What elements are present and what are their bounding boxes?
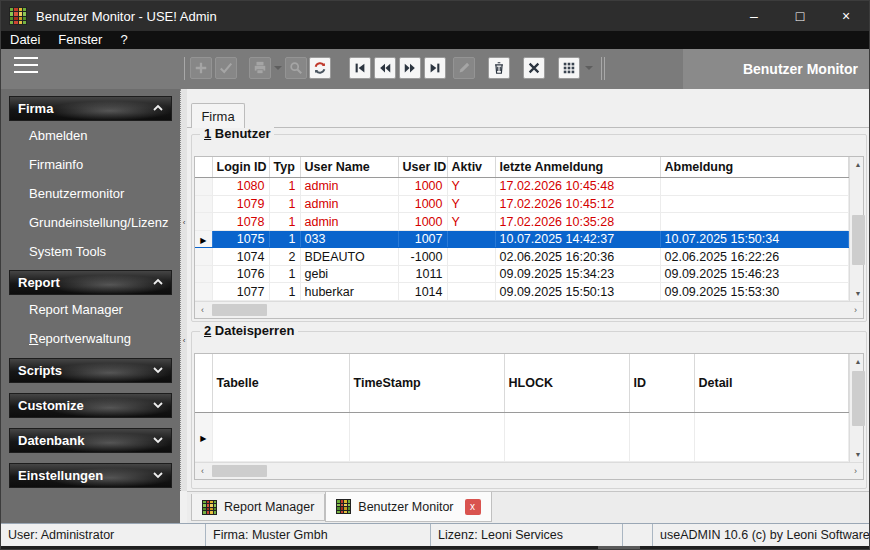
benutzer-vertical-scrollbar[interactable]: ▲ ▼ [849,157,864,301]
refresh-icon [313,61,327,75]
col-timestamp[interactable]: TimeStamp [349,354,504,412]
toolbar-grip [184,57,185,80]
sidebar-item-report-manager[interactable]: Report Manager [1,295,180,324]
menu-datei[interactable]: Datei [1,31,49,49]
sidebar-section-datenbank[interactable]: Datenbank [9,428,172,453]
scrollbar-thumb[interactable] [212,304,267,316]
delete-button[interactable] [488,57,510,79]
grid-dropdown-icon[interactable] [585,66,593,70]
scroll-up-icon[interactable]: ▲ [850,354,867,369]
minimize-button[interactable]: – [731,1,777,31]
scroll-right-icon[interactable]: › [848,463,863,479]
collapse-arrow-icon: ‹ [183,219,186,227]
hamburger-menu-icon[interactable] [14,57,38,73]
sidebar-item-abmelden[interactable]: Abmelden [1,121,180,150]
document-tab-bar: Report Manager Benutzer Monitor x [187,491,870,523]
add-icon [194,61,208,75]
col-letzte-anmeldung[interactable]: letzte Anmeldung [495,157,660,178]
search-button[interactable] [285,57,307,79]
print-button[interactable] [249,57,271,79]
print-dropdown-icon[interactable] [274,66,282,70]
col-aktiv[interactable]: Aktiv [447,157,495,178]
scrollbar-thumb[interactable] [852,371,865,426]
col-login-id[interactable]: Login ID [212,157,269,178]
col-detail[interactable]: Detail [694,354,848,412]
chevron-down-icon [153,433,163,448]
delete-icon [492,61,506,75]
next-record-button[interactable] [399,57,421,79]
collapse-arrow-icon: ‹ [183,337,186,345]
table-row[interactable]: 10742BDEAUTO-100002.06.2025 16:20:3602.0… [195,248,848,266]
benutzer-horizontal-scrollbar[interactable]: ‹ › [195,301,863,318]
scroll-up-icon[interactable]: ▲ [850,157,867,172]
last-record-button[interactable] [424,57,446,79]
col-id[interactable]: ID [629,354,694,412]
status-lizenz: Lizenz: Leoni Services [431,524,623,546]
maximize-button[interactable]: □ [777,1,823,31]
app-logo-icon [9,7,27,25]
sidebar-section-scripts[interactable]: Scripts [9,358,172,383]
table-row[interactable]: 10771huberkar101409.09.2025 15:50:1309.0… [195,283,848,301]
col-typ[interactable]: Typ [269,157,300,178]
table-row-selected[interactable]: ▶10751033100710.07.2025 14:42:3710.07.20… [195,230,848,248]
prev-record-button[interactable] [374,57,396,79]
col-hlock[interactable]: HLOCK [504,354,629,412]
sidebar-section-einstellungen[interactable]: Einstellungen [9,463,172,488]
sidebar-item-system-tools[interactable]: System Tools [1,237,180,266]
scroll-right-icon[interactable]: › [848,302,863,318]
scroll-down-icon[interactable]: ▼ [850,286,867,301]
grid-view-button[interactable] [558,57,580,79]
scrollbar-thumb[interactable] [212,465,267,477]
table-row[interactable]: ▶ [195,412,848,461]
tab-report-manager[interactable]: Report Manager [191,494,325,521]
print-icon [253,61,267,75]
refresh-button[interactable] [309,57,331,79]
app-logo-icon [202,500,217,515]
sidebar-section-customize[interactable]: Customize [9,393,172,418]
scroll-left-icon[interactable]: ‹ [195,463,210,479]
close-button[interactable]: × [823,1,869,31]
benutzer-table: Login ID Typ User Name User ID Aktiv let… [195,157,849,301]
col-tabelle[interactable]: Tabelle [212,354,349,412]
sidebar-item-benutzermonitor[interactable]: Benutzermonitor [1,179,180,208]
table-row[interactable]: 10791admin1000Y17.02.2026 10:45:12 [195,195,848,213]
sidebar-splitter[interactable]: ‹ ‹ [180,89,187,491]
toolbar-caption: Benutzer Monitor [683,49,870,89]
confirm-button[interactable] [215,57,237,79]
status-user: User: Administrator [1,524,206,546]
tab-firma[interactable]: Firma [191,103,245,128]
col-user-name[interactable]: User Name [300,157,398,178]
dateisperren-horizontal-scrollbar[interactable]: ‹ › [195,462,863,479]
col-abmeldung[interactable]: Abmeldung [660,157,848,178]
title-bar: Benutzer Monitor - USE! Admin – □ × [1,1,869,31]
status-bar: User: Administrator Firma: Muster Gmbh L… [1,523,870,546]
table-row[interactable]: 10761gebi101109.09.2025 15:34:2309.09.20… [195,265,848,283]
sidebar-section-report[interactable]: Report [9,270,172,295]
scroll-left-icon[interactable]: ‹ [195,302,210,318]
edit-button[interactable] [453,57,475,79]
tab-close-icon[interactable]: x [465,499,481,515]
cancel-icon [527,61,541,75]
benutzer-groupbox: 1 Benutzer Login ID Typ User Name User I… [191,134,867,322]
sidebar-item-reportverwaltung[interactable]: Reportverwaltung [1,324,180,353]
toolbar-separator [604,57,605,80]
col-user-id[interactable]: User ID [398,157,447,178]
benutzer-grid: Login ID Typ User Name User ID Aktiv let… [194,156,864,319]
sidebar-item-grundeinstellung-lizenz[interactable]: Grundeinstellung/Lizenz [1,208,180,237]
prev-record-icon [378,61,392,75]
menu-help[interactable]: ? [111,31,136,49]
main-panel: Firma 1 Benutzer Login ID Typ User Name … [187,89,870,491]
first-record-button[interactable] [349,57,371,79]
cancel-button[interactable] [523,57,545,79]
tab-benutzer-monitor[interactable]: Benutzer Monitor x [325,492,491,522]
sidebar-section-firma[interactable]: Firma [9,96,172,121]
dateisperren-group-label: 2 Dateisperren [200,323,298,338]
sidebar-item-firmainfo[interactable]: Firmainfo [1,150,180,179]
scrollbar-thumb[interactable] [852,215,865,265]
dateisperren-vertical-scrollbar[interactable]: ▲ ▼ [849,354,864,462]
table-row[interactable]: 10801admin1000Y17.02.2026 10:45:48 [195,178,848,196]
table-row[interactable]: 10781admin1000Y17.02.2026 10:35:28 [195,213,848,231]
menu-fenster[interactable]: Fenster [49,31,111,49]
scroll-down-icon[interactable]: ▼ [850,447,867,462]
add-button[interactable] [190,57,212,79]
